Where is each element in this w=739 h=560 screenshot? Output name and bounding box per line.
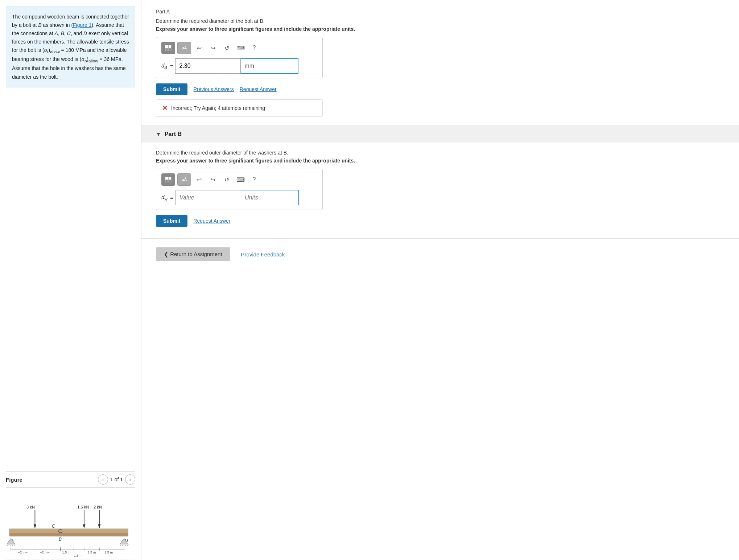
svg-rect-49 bbox=[165, 45, 168, 48]
part-b-redo-btn[interactable]: ↪ bbox=[207, 174, 219, 185]
part-b-answer-box: μÅ ↩ ↪ ↺ ⌨ ? dw = bbox=[156, 169, 323, 210]
svg-text:1.5 m: 1.5 m bbox=[74, 554, 83, 557]
svg-marker-28 bbox=[98, 524, 100, 528]
part-b-mu-btn[interactable]: μÅ bbox=[177, 173, 191, 186]
part-b-request-answer-btn[interactable]: Request Answer bbox=[193, 218, 230, 224]
part-a-question: Determine the required diameter of the b… bbox=[156, 18, 724, 24]
part-b-action-row: Submit Request Answer bbox=[156, 215, 724, 227]
part-a-redo-btn[interactable]: ↪ bbox=[207, 42, 219, 54]
part-b-section: ▼ Part B Determine the required outer di… bbox=[141, 126, 739, 239]
svg-rect-51 bbox=[165, 48, 168, 51]
svg-text:–2 m–: –2 m– bbox=[40, 551, 50, 554]
part-b-equals: = bbox=[170, 195, 173, 201]
part-a-undo-btn[interactable]: ↩ bbox=[193, 42, 205, 54]
svg-rect-53 bbox=[165, 177, 168, 180]
svg-rect-50 bbox=[169, 45, 171, 48]
svg-rect-0 bbox=[9, 529, 128, 534]
part-a-section: Part A Determine the required diameter o… bbox=[141, 0, 739, 126]
right-panel: Part A Determine the required diameter o… bbox=[141, 0, 739, 560]
part-b-input-row: dw = bbox=[161, 190, 317, 205]
part-a-express: Express your answer to three significant… bbox=[156, 26, 724, 32]
part-a-intro-text: Part A bbox=[156, 7, 724, 15]
svg-text:1.5 m: 1.5 m bbox=[62, 551, 71, 554]
svg-line-7 bbox=[10, 545, 11, 546]
svg-text:C: C bbox=[52, 524, 55, 529]
svg-line-14 bbox=[122, 545, 123, 546]
figure-next-btn[interactable]: › bbox=[125, 474, 135, 485]
part-b-help-btn[interactable]: ? bbox=[248, 174, 260, 185]
part-a-equals: = bbox=[170, 63, 173, 69]
figure-nav: ‹ 1 of 1 › bbox=[98, 474, 135, 485]
svg-text:B: B bbox=[59, 537, 62, 542]
part-a-label: dB bbox=[161, 62, 167, 70]
part-a-submit-btn[interactable]: Submit bbox=[156, 83, 187, 95]
part-b-arrow-icon: ▼ bbox=[156, 131, 161, 137]
part-a-mu-btn[interactable]: μÅ bbox=[177, 42, 191, 54]
part-b-toolbar: μÅ ↩ ↪ ↺ ⌨ ? bbox=[161, 173, 317, 186]
svg-line-16 bbox=[125, 545, 126, 546]
part-a-help-btn[interactable]: ? bbox=[248, 42, 260, 54]
figure-canvas: A D B bbox=[6, 487, 135, 560]
svg-marker-25 bbox=[83, 524, 85, 528]
figure-section: Figure ‹ 1 of 1 › A bbox=[0, 468, 141, 560]
part-b-header: ▼ Part B bbox=[141, 126, 739, 143]
figure-prev-btn[interactable]: ‹ bbox=[98, 474, 108, 485]
problem-text-box: The compound wooden beam is connected to… bbox=[6, 7, 135, 87]
part-b-keyboard-btn[interactable]: ⌨ bbox=[235, 174, 246, 185]
svg-line-17 bbox=[127, 545, 128, 546]
svg-rect-55 bbox=[165, 180, 168, 182]
figure-title: Figure bbox=[6, 477, 22, 483]
return-to-assignment-btn[interactable]: ❮ Return to Assignment bbox=[156, 247, 230, 261]
svg-text:–2 m–: –2 m– bbox=[18, 551, 28, 554]
svg-rect-52 bbox=[169, 48, 171, 51]
part-a-error-text: Incorrect; Try Again; 4 attempts remaini… bbox=[171, 105, 265, 111]
svg-marker-22 bbox=[34, 524, 36, 528]
part-b-question: Determine the required outer diameter of… bbox=[156, 150, 724, 156]
part-a-grid-btn[interactable] bbox=[161, 42, 175, 54]
provide-feedback-btn[interactable]: Provide Feedback bbox=[241, 251, 285, 258]
left-panel: The compound wooden beam is connected to… bbox=[0, 0, 141, 560]
svg-line-5 bbox=[7, 545, 8, 546]
svg-text:2 kN: 2 kN bbox=[94, 505, 102, 509]
part-a-input-row: dB = bbox=[161, 58, 317, 74]
part-b-units-input[interactable] bbox=[241, 190, 299, 205]
part-b-submit-btn[interactable]: Submit bbox=[156, 215, 187, 227]
svg-text:1.5 kN: 1.5 kN bbox=[77, 505, 89, 509]
bottom-actions: ❮ Return to Assignment Provide Feedback bbox=[141, 239, 739, 270]
part-a-value-input[interactable] bbox=[175, 58, 240, 74]
part-b-value-input[interactable] bbox=[176, 190, 241, 205]
part-a-units-input[interactable] bbox=[240, 58, 298, 74]
part-b-express: Express your answer to three significant… bbox=[156, 158, 724, 164]
part-a-keyboard-btn[interactable]: ⌨ bbox=[235, 42, 246, 54]
figure-link[interactable]: Figure 1 bbox=[73, 22, 91, 28]
part-b-label: dw bbox=[161, 194, 167, 201]
svg-line-8 bbox=[12, 545, 13, 546]
part-a-prev-answers-btn[interactable]: Previous Answers bbox=[193, 86, 234, 92]
part-b-grid-btn[interactable] bbox=[161, 173, 175, 186]
part-b-refresh-btn[interactable]: ↺ bbox=[221, 174, 232, 185]
part-b-undo-btn[interactable]: ↩ bbox=[193, 174, 205, 185]
svg-line-15 bbox=[123, 545, 124, 546]
svg-text:3 kN: 3 kN bbox=[26, 505, 35, 509]
part-a-refresh-btn[interactable]: ↺ bbox=[221, 42, 232, 54]
figure-page: 1 of 1 bbox=[110, 477, 123, 482]
svg-line-6 bbox=[9, 545, 10, 546]
svg-line-13 bbox=[120, 545, 121, 546]
error-icon: ✕ bbox=[162, 104, 168, 112]
svg-rect-54 bbox=[169, 177, 171, 180]
part-a-error-box: ✕ Incorrect; Try Again; 4 attempts remai… bbox=[156, 99, 323, 117]
svg-text:1.5 m: 1.5 m bbox=[104, 551, 113, 554]
svg-rect-56 bbox=[169, 180, 171, 182]
svg-line-9 bbox=[14, 545, 15, 546]
part-a-action-row: Submit Previous Answers Request Answer bbox=[156, 83, 724, 95]
part-a-answer-box: μÅ ↩ ↪ ↺ ⌨ ? dB = bbox=[156, 37, 323, 78]
part-a-toolbar: μÅ ↩ ↪ ↺ ⌨ ? bbox=[161, 42, 317, 54]
svg-rect-1 bbox=[9, 534, 128, 536]
part-a-request-answer-btn[interactable]: Request Answer bbox=[240, 86, 277, 92]
part-b-title: Part B bbox=[165, 131, 182, 137]
svg-text:1.5 m: 1.5 m bbox=[87, 551, 96, 554]
